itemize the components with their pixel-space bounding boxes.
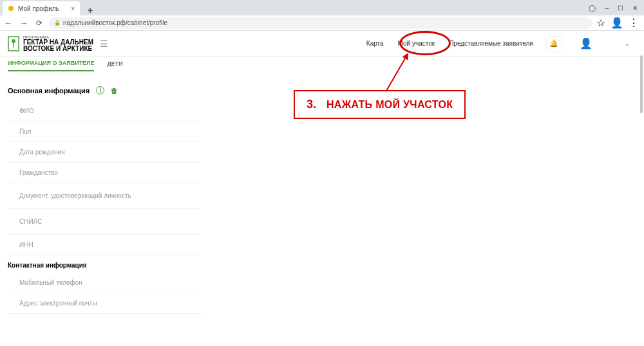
forward-button[interactable]: →	[18, 17, 30, 29]
field-snils[interactable]: СНИЛС	[8, 209, 201, 235]
user-icon: 👤	[580, 37, 592, 50]
delete-icon[interactable]: 🗑	[111, 87, 118, 95]
section-main-title: Основная информация	[8, 87, 90, 95]
new-tab-button[interactable]: +	[84, 5, 97, 15]
star-icon[interactable]: ☆	[596, 17, 605, 29]
bell-icon[interactable]: 🔔	[546, 36, 562, 51]
profile-icon[interactable]: 👤	[611, 17, 623, 29]
field-gender[interactable]: Пол	[8, 122, 201, 142]
tab-close-icon[interactable]: ×	[71, 5, 75, 12]
field-citizenship[interactable]: Гражданство	[8, 163, 201, 183]
map-pin-icon	[8, 36, 19, 51]
address-bar[interactable]: 🔒 надальнийвосток.рф/cabinet/profile	[49, 17, 592, 29]
header-left: ПРОГРАММА ГЕКТАР НА ДАЛЬНЕМ ВОСТОКЕ И АР…	[8, 35, 108, 52]
tab-applicant-info[interactable]: ИНФОРМАЦИЯ О ЗАЯВИТЕЛЕ	[8, 60, 94, 71]
browser-tab[interactable]: Мой профиль ×	[3, 1, 80, 15]
logo-text: ПРОГРАММА ГЕКТАР НА ДАЛЬНЕМ ВОСТОКЕ И АР…	[23, 35, 93, 52]
browser-tab-strip: Мой профиль × + ◯ – ☐ ✕	[0, 0, 644, 15]
logo[interactable]: ПРОГРАММА ГЕКТАР НА ДАЛЬНЕМ ВОСТОКЕ И АР…	[8, 35, 93, 52]
field-id-doc[interactable]: Документ, удостоверяющий личность	[8, 183, 201, 209]
scrollbar[interactable]	[640, 55, 643, 346]
reload-button[interactable]: ⟳	[33, 17, 45, 29]
field-phone[interactable]: Мобильный телефон	[8, 273, 201, 293]
tab-title: Мой профиль	[18, 5, 59, 12]
content: Основная информация i 🗑 ФИО Пол Дата рож…	[0, 75, 644, 320]
logo-line2: ВОСТОКЕ И АРКТИКЕ	[23, 46, 93, 52]
fullscreen-icon[interactable]: ◯	[589, 5, 596, 12]
hamburger-icon[interactable]: ☰	[100, 39, 108, 49]
tab-children[interactable]: ДЕТИ	[107, 60, 122, 71]
minimize-button[interactable]: –	[605, 5, 609, 12]
header-nav: Карта Мой участок Представляемые заявите…	[366, 40, 533, 47]
user-menu[interactable]: 👤 ⌄	[573, 37, 636, 50]
field-fio[interactable]: ФИО	[8, 101, 201, 122]
field-inn[interactable]: ИНН	[8, 235, 201, 255]
nav-my-plot[interactable]: Мой участок	[398, 40, 435, 47]
nav-represented[interactable]: Представляемые заявители	[449, 40, 533, 47]
svg-point-0	[8, 6, 14, 11]
app-header: ПРОГРАММА ГЕКТАР НА ДАЛЬНЕМ ВОСТОКЕ И АР…	[0, 31, 644, 57]
field-dob[interactable]: Дата рождения	[8, 142, 201, 163]
tab-strip: Мой профиль × +	[3, 0, 97, 15]
tab-favicon-icon	[8, 5, 14, 12]
section-contact-title: Контактная информация	[8, 255, 636, 273]
field-email[interactable]: Адрес электронной почты	[8, 293, 201, 314]
url-text: надальнийвосток.рф/cabinet/profile	[63, 19, 167, 26]
address-right: ☆ 👤 ⋮	[596, 17, 641, 29]
chevron-down-icon: ⌄	[625, 40, 630, 47]
scrollbar-thumb[interactable]	[640, 55, 643, 113]
subtabs: ИНФОРМАЦИЯ О ЗАЯВИТЕЛЕ ДЕТИ	[0, 57, 644, 75]
address-bar-row: ← → ⟳ 🔒 надальнийвосток.рф/cabinet/profi…	[0, 15, 644, 31]
nav-map[interactable]: Карта	[366, 40, 384, 47]
maximize-button[interactable]: ☐	[618, 5, 623, 12]
section-main-info: Основная информация i 🗑	[8, 81, 636, 101]
window-controls: ◯ – ☐ ✕	[589, 5, 641, 12]
logo-line1: ГЕКТАР НА ДАЛЬНЕМ	[23, 39, 93, 46]
close-window-button[interactable]: ✕	[632, 5, 638, 12]
menu-dots-icon[interactable]: ⋮	[629, 17, 639, 29]
lock-icon: 🔒	[54, 20, 61, 26]
svg-point-2	[12, 39, 15, 43]
info-icon[interactable]: i	[96, 86, 104, 95]
header-right: 🔔 👤 ⌄	[546, 36, 636, 51]
back-button[interactable]: ←	[3, 17, 14, 29]
